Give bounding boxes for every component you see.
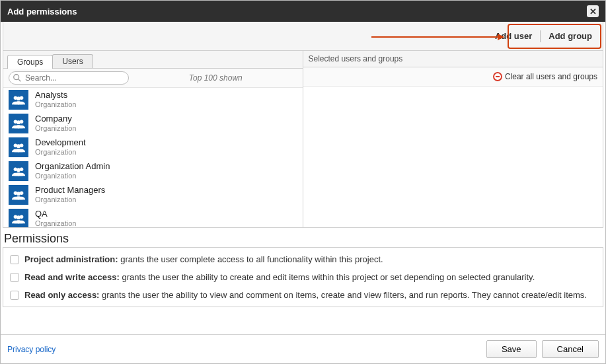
clear-all-link[interactable]: Clear all users and groups bbox=[505, 72, 597, 81]
permissions-title: Permissions bbox=[4, 232, 603, 246]
permission-checkbox[interactable] bbox=[10, 291, 19, 300]
close-button[interactable]: ✕ bbox=[587, 5, 599, 17]
group-item[interactable]: AnalystsOrganization bbox=[3, 88, 303, 112]
save-button[interactable]: Save bbox=[486, 340, 537, 358]
footer-buttons: Save Cancel bbox=[486, 340, 599, 358]
group-sub: Organization bbox=[35, 172, 110, 181]
svg-point-7 bbox=[17, 120, 20, 124]
group-sub: Organization bbox=[35, 219, 76, 227]
search-row: Top 100 shown bbox=[3, 69, 303, 88]
privacy-link[interactable]: Privacy policy bbox=[7, 345, 56, 354]
close-icon: ✕ bbox=[589, 7, 597, 16]
top-shown-label: Top 100 shown bbox=[134, 73, 297, 83]
permission-row: Project administration: grants the user … bbox=[3, 250, 603, 268]
search-icon bbox=[13, 73, 22, 83]
group-text: CompanyOrganization bbox=[35, 114, 76, 133]
group-list: AnalystsOrganizationCompanyOrganizationD… bbox=[3, 88, 303, 227]
group-text: Organization AdminOrganization bbox=[35, 161, 110, 181]
footer: Privacy policy Save Cancel bbox=[1, 334, 605, 363]
clear-row: Clear all users and groups bbox=[303, 67, 603, 87]
group-icon bbox=[9, 209, 28, 227]
action-bar: Add user Add group bbox=[3, 22, 603, 51]
add-permissions-dialog: Add permissions ✕ Add user Add group Gro… bbox=[0, 0, 606, 364]
group-icon bbox=[9, 185, 28, 205]
permissions-section: Permissions Project administration: gran… bbox=[3, 232, 603, 307]
permission-label: Read and write access: grants the user t… bbox=[24, 272, 535, 282]
permission-label-bold: Project administration: bbox=[24, 254, 118, 264]
group-text: DevelopmentOrganization bbox=[35, 137, 86, 157]
group-item[interactable]: QAOrganization bbox=[3, 207, 303, 227]
permission-checkbox[interactable] bbox=[10, 255, 19, 264]
svg-point-0 bbox=[14, 75, 19, 80]
group-icon bbox=[9, 161, 28, 181]
right-pane: Selected users and groups Clear all user… bbox=[303, 51, 603, 227]
group-sub: Organization bbox=[35, 124, 76, 133]
titlebar: Add permissions ✕ bbox=[1, 1, 605, 22]
group-text: Product ManagersOrganization bbox=[35, 185, 105, 205]
group-sub: Organization bbox=[35, 196, 105, 205]
group-item[interactable]: DevelopmentOrganization bbox=[3, 135, 303, 159]
group-name: Organization Admin bbox=[35, 161, 110, 172]
group-icon bbox=[9, 137, 28, 157]
group-name: Company bbox=[35, 114, 76, 124]
permission-label-desc: grants the user complete access to all f… bbox=[118, 254, 383, 264]
group-name: Analysts bbox=[35, 90, 76, 100]
svg-point-16 bbox=[17, 192, 20, 196]
permissions-box: Project administration: grants the user … bbox=[3, 247, 603, 307]
split-panes: Groups Users Top 100 shown AnalystsOrgan… bbox=[3, 51, 603, 228]
dialog-title: Add permissions bbox=[7, 7, 77, 17]
group-name: QA bbox=[35, 209, 76, 219]
group-item[interactable]: CompanyOrganization bbox=[3, 112, 303, 135]
permission-label: Project administration: grants the user … bbox=[24, 254, 383, 264]
permission-label-desc: grants the user the ability to view and … bbox=[99, 290, 587, 300]
add-group-button[interactable]: Add group bbox=[541, 27, 600, 45]
group-name: Product Managers bbox=[35, 185, 105, 196]
cancel-button[interactable]: Cancel bbox=[542, 340, 599, 358]
group-icon bbox=[9, 90, 28, 110]
permission-label-bold: Read and write access: bbox=[24, 272, 120, 282]
group-text: AnalystsOrganization bbox=[35, 90, 76, 110]
group-icon bbox=[9, 114, 28, 133]
permission-label-bold: Read only access: bbox=[24, 290, 99, 300]
group-name: Development bbox=[35, 137, 86, 148]
svg-line-1 bbox=[19, 79, 21, 82]
group-sub: Organization bbox=[35, 100, 76, 110]
tab-users[interactable]: Users bbox=[52, 54, 93, 68]
tab-groups[interactable]: Groups bbox=[7, 55, 53, 69]
permission-row: Read and write access: grants the user t… bbox=[3, 268, 603, 286]
group-sub: Organization bbox=[35, 148, 86, 157]
search-input[interactable] bbox=[9, 71, 129, 85]
tab-row: Groups Users bbox=[3, 51, 303, 69]
annotation-arrow bbox=[371, 36, 504, 38]
permission-label-desc: grants the user the ability to create an… bbox=[120, 272, 535, 282]
permission-label: Read only access: grants the user the ab… bbox=[24, 290, 587, 300]
selected-header: Selected users and groups bbox=[303, 51, 603, 67]
remove-icon bbox=[493, 72, 502, 81]
left-pane: Groups Users Top 100 shown AnalystsOrgan… bbox=[3, 51, 303, 227]
group-text: QAOrganization bbox=[35, 209, 76, 227]
permission-row: Read only access: grants the user the ab… bbox=[3, 286, 603, 304]
svg-point-10 bbox=[17, 144, 20, 148]
svg-point-4 bbox=[17, 96, 20, 100]
group-item[interactable]: Organization AdminOrganization bbox=[3, 159, 303, 183]
svg-point-13 bbox=[17, 168, 20, 172]
group-item[interactable]: Product ManagersOrganization bbox=[3, 183, 303, 207]
svg-point-19 bbox=[17, 215, 20, 219]
permission-checkbox[interactable] bbox=[10, 273, 19, 282]
search-wrap bbox=[9, 71, 129, 85]
